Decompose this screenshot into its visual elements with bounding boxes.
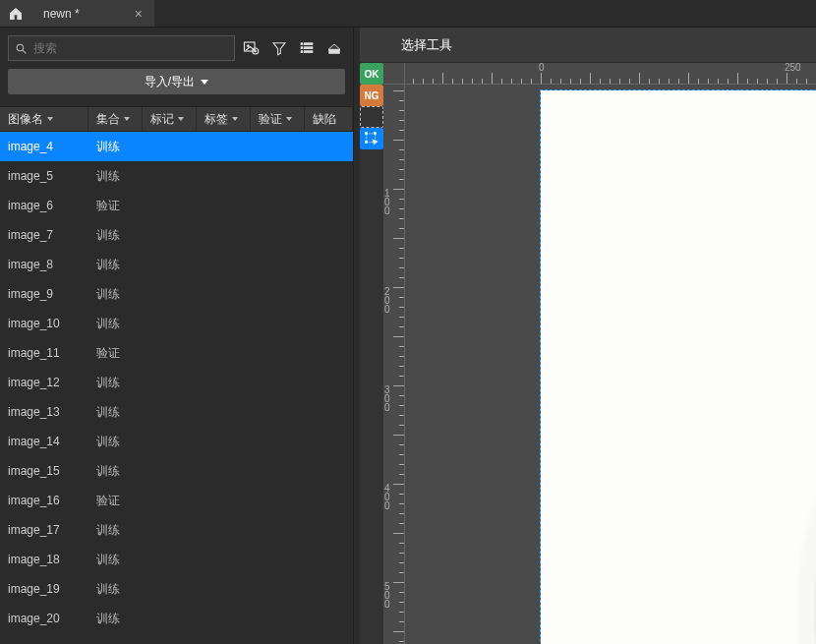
sort-icon	[124, 117, 130, 121]
cell-image-name: image_5	[0, 169, 88, 183]
cell-set: 训练	[88, 168, 143, 185]
cell-image-name: image_10	[0, 317, 88, 330]
cell-set: 训练	[88, 316, 143, 332]
sidebar: 导入/导出 图像名 集合 标记 标签 验证 缺陷 image_4训练image_…	[0, 28, 354, 644]
titlebar: newn * ×	[0, 0, 816, 28]
table-row[interactable]: image_15训练	[0, 456, 353, 486]
canvas-wrap: 0250 100200300400500	[383, 63, 816, 644]
lens-ring-image	[659, 140, 816, 644]
table-row[interactable]: image_14训练	[0, 427, 353, 456]
cell-set: 训练	[88, 257, 143, 273]
svg-rect-13	[329, 49, 340, 53]
svg-point-5	[255, 50, 257, 52]
cell-set: 训练	[88, 434, 143, 450]
table-row[interactable]: image_11验证	[0, 338, 353, 368]
table-row[interactable]: image_8训练	[0, 250, 353, 279]
image-table: 图像名 集合 标记 标签 验证 缺陷 image_4训练image_5训练ima…	[0, 106, 353, 644]
cell-image-name: image_15	[0, 464, 88, 478]
document-tab[interactable]: newn * ×	[31, 0, 155, 27]
table-row[interactable]: image_13训练	[0, 397, 353, 427]
ruler-vertical[interactable]: 100200300400500	[383, 85, 405, 644]
col-header-defect[interactable]: 缺陷	[305, 107, 353, 131]
cell-image-name: image_18	[0, 553, 88, 566]
ruler-v-label: 500	[384, 582, 390, 609]
cell-set: 训练	[88, 581, 143, 598]
ruler-h-label: 0	[539, 63, 545, 73]
filter-button[interactable]	[270, 39, 288, 57]
svg-marker-12	[328, 44, 340, 49]
cell-image-name: image_6	[0, 199, 88, 212]
search-input[interactable]	[33, 41, 228, 55]
document-tab-label: newn *	[43, 7, 80, 21]
cell-image-name: image_14	[0, 435, 88, 448]
ruler-v-label: 300	[384, 385, 390, 412]
cell-image-name: image_8	[0, 258, 88, 271]
select-transform-icon	[365, 132, 379, 146]
image-frame	[541, 90, 816, 644]
marquee-tool-button[interactable]	[360, 106, 383, 128]
cell-image-name: image_12	[0, 376, 88, 389]
table-row[interactable]: image_20训练	[0, 604, 353, 633]
cell-image-name: image_19	[0, 582, 88, 596]
select-tool-button[interactable]	[360, 128, 383, 149]
table-row[interactable]: image_19训练	[0, 574, 353, 604]
svg-rect-17	[365, 141, 367, 143]
table-row[interactable]: image_6验证	[0, 191, 353, 220]
cell-image-name: image_16	[0, 494, 88, 507]
cell-set: 训练	[88, 139, 143, 155]
ruler-v-label: 100	[384, 189, 390, 215]
col-header-mark[interactable]: 标记	[143, 107, 197, 131]
table-row[interactable]: image_4训练	[0, 132, 353, 161]
cell-image-name: image_17	[0, 523, 88, 537]
sidebar-toolbar	[243, 35, 345, 61]
grid-view-button[interactable]	[325, 39, 343, 57]
image-settings-button[interactable]	[243, 39, 261, 57]
table-row[interactable]: image_16验证	[0, 486, 353, 515]
list-view-button[interactable]	[298, 39, 316, 57]
svg-line-1	[23, 50, 26, 53]
table-row[interactable]: image_5训练	[0, 161, 353, 191]
import-export-button[interactable]: 导入/导出	[8, 69, 345, 94]
cell-set: 训练	[88, 463, 143, 480]
tool-header-title: 选择工具	[401, 36, 452, 54]
table-body: image_4训练image_5训练image_6验证image_7训练imag…	[0, 132, 353, 644]
svg-rect-9	[304, 47, 313, 49]
canvas[interactable]	[405, 85, 816, 644]
table-row[interactable]: image_17训练	[0, 515, 353, 545]
sort-icon	[286, 117, 292, 121]
chevron-down-icon	[201, 80, 208, 85]
svg-rect-10	[301, 51, 303, 53]
col-header-set[interactable]: 集合	[88, 107, 143, 131]
close-icon[interactable]: ×	[135, 6, 143, 22]
svg-point-3	[247, 45, 249, 47]
cell-set: 训练	[88, 286, 143, 303]
table-row[interactable]: image_7训练	[0, 220, 353, 250]
cell-image-name: image_13	[0, 405, 88, 419]
svg-rect-8	[301, 47, 303, 49]
table-row[interactable]: image_9训练	[0, 279, 353, 309]
col-header-verify[interactable]: 验证	[251, 107, 305, 131]
svg-rect-16	[374, 132, 376, 134]
cell-set: 验证	[88, 345, 143, 362]
table-row[interactable]: image_18训练	[0, 545, 353, 574]
search-box[interactable]	[8, 35, 235, 61]
svg-point-0	[17, 44, 24, 51]
table-row[interactable]: image_10训练	[0, 309, 353, 338]
ok-button[interactable]: OK	[360, 63, 383, 85]
cell-image-name: image_20	[0, 612, 88, 625]
col-header-name[interactable]: 图像名	[0, 107, 88, 131]
ng-button[interactable]: NG	[360, 85, 383, 106]
cell-set: 验证	[88, 198, 143, 214]
ruler-horizontal[interactable]: 0250	[405, 63, 816, 85]
cell-set: 训练	[88, 375, 143, 391]
svg-rect-7	[304, 43, 313, 45]
right-panel: 选择工具 OK NG	[360, 28, 816, 644]
table-row[interactable]: image_12训练	[0, 368, 353, 397]
workspace: OK NG	[360, 63, 816, 644]
home-button[interactable]	[0, 0, 31, 27]
search-icon	[15, 42, 28, 55]
table-header: 图像名 集合 标记 标签 验证 缺陷	[0, 106, 353, 132]
toolstrip: OK NG	[360, 63, 383, 644]
col-header-tag[interactable]: 标签	[197, 107, 251, 131]
cell-image-name: image_7	[0, 228, 88, 242]
